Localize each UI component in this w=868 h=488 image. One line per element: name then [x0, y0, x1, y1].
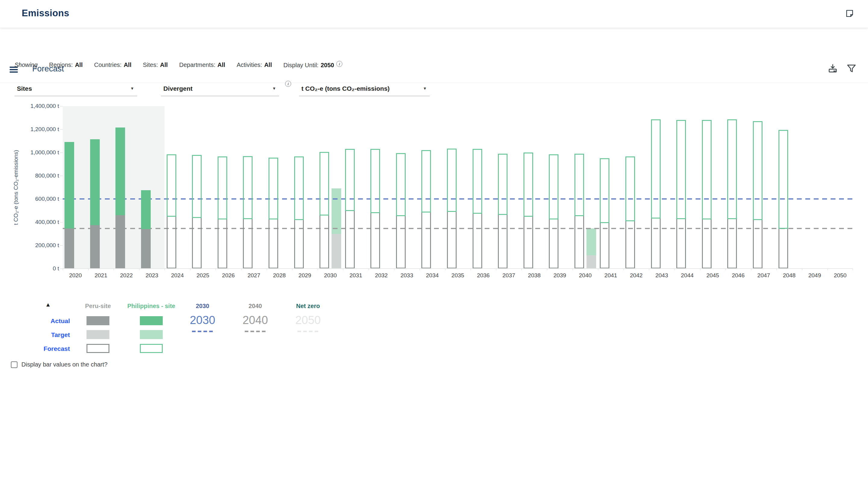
- bar-2040-forecast[interactable]: [575, 106, 584, 269]
- x-label-2021: 2021: [88, 272, 114, 279]
- x-label-2040: 2040: [572, 272, 598, 279]
- x-label-2036: 2036: [470, 272, 496, 279]
- plot-area: 2020202120222023202420252026202720282029…: [63, 106, 853, 269]
- legend-swatch-actual-peru[interactable]: [87, 316, 110, 325]
- bar-2043-forecast[interactable]: [651, 106, 661, 269]
- segment-philippines-forecast: [778, 130, 788, 229]
- legend-dash-2030: [192, 331, 213, 332]
- bar-2030-forecast[interactable]: [319, 106, 329, 269]
- segment-peru-forecast: [396, 215, 406, 269]
- legend-row-actual[interactable]: Actual: [18, 316, 70, 326]
- segment-peru-actual: [116, 215, 125, 269]
- page-title: Emissions: [22, 8, 69, 19]
- x-label-2025: 2025: [190, 272, 216, 279]
- y-tick-label: 800,000 t: [11, 173, 59, 179]
- note-icon[interactable]: [844, 8, 855, 19]
- legend-swatch-actual-philippines[interactable]: [140, 316, 163, 325]
- bar-2025-forecast[interactable]: [192, 106, 202, 269]
- display-bar-values-label: Display bar values on the chart?: [22, 361, 107, 368]
- x-label-2026: 2026: [216, 272, 241, 279]
- bar-2021-actual[interactable]: [90, 106, 100, 269]
- bar-2046-forecast[interactable]: [727, 106, 737, 269]
- legend-row-forecast[interactable]: Forecast: [18, 344, 70, 353]
- segment-philippines-actual: [90, 139, 100, 225]
- bar-2031-forecast[interactable]: [345, 106, 355, 269]
- bar-2030-target[interactable]: [332, 106, 341, 269]
- segment-philippines-forecast: [447, 149, 457, 212]
- bar-2029-forecast[interactable]: [294, 106, 304, 269]
- bar-2027-forecast[interactable]: [243, 106, 253, 269]
- bar-2024-forecast[interactable]: [167, 106, 176, 269]
- bar-2044-forecast[interactable]: [676, 106, 686, 269]
- segment-philippines-forecast: [294, 156, 304, 220]
- x-label-2027: 2027: [241, 272, 267, 279]
- bar-2036-forecast[interactable]: [472, 106, 482, 269]
- segment-peru-forecast: [651, 218, 661, 269]
- legend-collapse-icon[interactable]: ▲: [45, 301, 51, 308]
- x-label-2032: 2032: [369, 272, 394, 279]
- bar-2032-forecast[interactable]: [370, 106, 380, 269]
- segment-philippines-forecast: [625, 156, 635, 221]
- segment-philippines-forecast: [651, 119, 661, 218]
- legend-target-2050[interactable]: 2050: [284, 313, 332, 327]
- x-label-2030: 2030: [318, 272, 343, 279]
- bar-2026-forecast[interactable]: [218, 106, 227, 269]
- legend-swatch-forecast-philippines[interactable]: [140, 344, 163, 353]
- bar-2020-actual[interactable]: [64, 106, 74, 269]
- segment-philippines-forecast: [575, 154, 584, 216]
- x-label-2034: 2034: [420, 272, 445, 279]
- x-label-2046: 2046: [725, 272, 751, 279]
- x-label-2039: 2039: [547, 272, 572, 279]
- y-tick-label: 1,000,000 t: [11, 149, 59, 156]
- segment-peru-forecast: [727, 218, 737, 269]
- segment-peru-forecast: [575, 215, 584, 269]
- bar-2034-forecast[interactable]: [421, 106, 431, 269]
- segment-peru-actual: [141, 229, 151, 269]
- segment-philippines-forecast: [269, 158, 278, 219]
- segment-philippines-forecast: [192, 155, 202, 218]
- x-label-2035: 2035: [445, 272, 471, 279]
- bar-2023-actual[interactable]: [141, 106, 151, 269]
- segment-philippines-forecast: [753, 121, 763, 220]
- y-tick-label: 200,000 t: [11, 242, 59, 249]
- bar-2045-forecast[interactable]: [702, 106, 712, 269]
- x-label-2029: 2029: [292, 272, 318, 279]
- segment-philippines-forecast: [524, 153, 533, 217]
- bar-2037-forecast[interactable]: [498, 106, 507, 269]
- bar-2039-forecast[interactable]: [549, 106, 558, 269]
- y-tick-mark: [60, 222, 63, 222]
- display-bar-values-checkbox[interactable]: [11, 361, 18, 368]
- segment-peru-forecast: [753, 219, 763, 269]
- x-label-2020: 2020: [63, 272, 88, 279]
- x-label-2047: 2047: [751, 272, 777, 279]
- legend-dash-2040: [245, 331, 266, 332]
- legend-swatch-forecast-peru[interactable]: [87, 344, 110, 353]
- bar-2028-forecast[interactable]: [269, 106, 278, 269]
- x-label-2043: 2043: [649, 272, 675, 279]
- bar-2035-forecast[interactable]: [447, 106, 457, 269]
- bar-2041-forecast[interactable]: [600, 106, 610, 269]
- display-bar-values-row: Display bar values on the chart?: [11, 361, 107, 368]
- segment-philippines-target: [587, 228, 596, 255]
- x-label-2042: 2042: [624, 272, 649, 279]
- legend-swatch-target-philippines[interactable]: [140, 330, 163, 339]
- legend-row-target[interactable]: Target: [18, 330, 70, 339]
- legend-swatch-target-peru[interactable]: [87, 330, 110, 339]
- legend-column-2040: 2040: [227, 303, 284, 310]
- bar-2048-forecast[interactable]: [778, 106, 788, 269]
- bar-2047-forecast[interactable]: [753, 106, 763, 269]
- legend-target-2030[interactable]: 2030: [179, 313, 227, 327]
- x-label-2022: 2022: [114, 272, 139, 279]
- x-label-2031: 2031: [343, 272, 369, 279]
- segment-philippines-actual: [116, 127, 125, 215]
- bar-2040-target[interactable]: [587, 106, 596, 269]
- segment-peru-forecast: [600, 222, 610, 269]
- segment-peru-forecast: [702, 218, 712, 269]
- bar-2042-forecast[interactable]: [625, 106, 635, 269]
- bar-2038-forecast[interactable]: [524, 106, 533, 269]
- bar-2022-actual[interactable]: [116, 106, 125, 269]
- segment-peru-forecast: [345, 210, 355, 269]
- legend-target-2040[interactable]: 2040: [231, 313, 279, 327]
- segment-philippines-forecast: [600, 158, 610, 223]
- bar-2033-forecast[interactable]: [396, 106, 406, 269]
